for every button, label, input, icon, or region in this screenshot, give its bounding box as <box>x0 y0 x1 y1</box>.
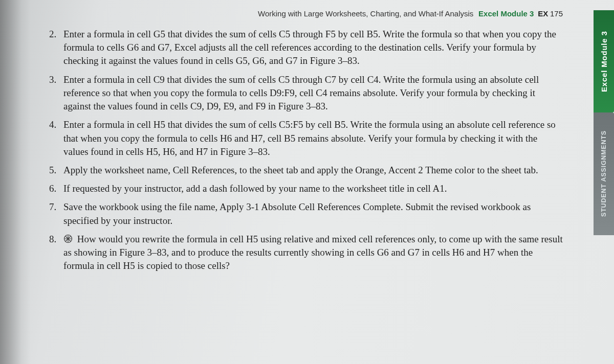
page-prefix: EX <box>538 9 548 18</box>
chapter-title: Working with Large Worksheets, Charting,… <box>258 9 473 18</box>
list-item: Save the workbook using the file name, A… <box>63 200 563 227</box>
side-tab-module: Excel Module 3 <box>594 10 614 112</box>
list-item: Enter a formula in cell C9 that divides … <box>63 73 563 113</box>
list-item: Enter a formula in cell H5 that divides … <box>63 118 563 158</box>
instruction-text: Enter a formula in cell G5 that divides … <box>63 29 556 66</box>
list-item: How would you rewrite the formula in cel… <box>63 233 563 273</box>
instruction-text: Enter a formula in cell C9 that divides … <box>63 74 539 111</box>
textbook-page: Working with Large Worksheets, Charting,… <box>0 0 614 364</box>
instruction-text: How would you rewrite the formula in cel… <box>63 234 563 271</box>
instruction-text: Save the workbook using the file name, A… <box>63 201 531 225</box>
instruction-text: If requested by your instructor, add a d… <box>63 183 447 194</box>
page-number: 175 <box>550 9 563 18</box>
instruction-text: Apply the worksheet name, Cell Reference… <box>63 165 538 175</box>
module-label: Excel Module 3 <box>478 9 534 18</box>
instruction-text: Enter a formula in cell H5 that divides … <box>63 119 556 156</box>
binding-shadow <box>0 0 31 364</box>
side-tab-section: STUDENT ASSIGNMENTS <box>594 112 614 235</box>
running-header: Working with Large Worksheets, Charting,… <box>49 9 568 18</box>
side-tab: Excel Module 3 STUDENT ASSIGNMENTS <box>594 10 614 235</box>
list-item: Enter a formula in cell G5 that divides … <box>63 28 563 68</box>
critical-thinking-icon <box>63 234 73 243</box>
list-item: Apply the worksheet name, Cell Reference… <box>63 164 563 177</box>
list-item: If requested by your instructor, add a d… <box>63 182 563 195</box>
instruction-list: Enter a formula in cell G5 that divides … <box>49 28 563 273</box>
